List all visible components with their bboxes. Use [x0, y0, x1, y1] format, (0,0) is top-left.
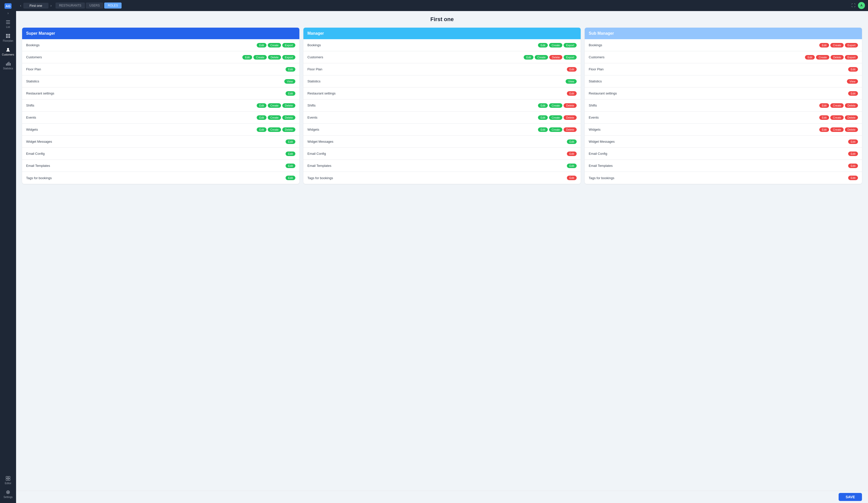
badge-export[interactable]: Export — [282, 55, 296, 60]
badge-create[interactable]: Create — [830, 103, 844, 108]
expand-icon[interactable]: › — [8, 11, 9, 15]
badge-delete[interactable]: Delete — [549, 55, 562, 60]
badge-create[interactable]: Create — [268, 115, 281, 120]
badge-create[interactable]: Create — [268, 43, 281, 48]
badge-edit[interactable]: Edit — [538, 103, 548, 108]
badge-create[interactable]: Create — [816, 55, 829, 60]
badge-edit[interactable]: Edit — [257, 43, 267, 48]
badge-export[interactable]: Export — [564, 55, 577, 60]
badge-delete[interactable]: Delete — [564, 115, 577, 120]
tab-users[interactable]: USERS — [86, 2, 103, 9]
badge-create[interactable]: Create — [268, 127, 281, 132]
sidebar-item-floorplan[interactable]: Floorplan — [0, 31, 16, 45]
badge-edit[interactable]: Edit — [286, 164, 296, 168]
badge-create[interactable]: Create — [549, 115, 562, 120]
badge-delete[interactable]: Delete — [564, 127, 577, 132]
badge-edit[interactable]: Edit — [848, 152, 858, 156]
badge-edit[interactable]: Edit — [848, 91, 858, 96]
badge-view[interactable]: View — [566, 79, 577, 84]
permission-row: Tags for bookingsEdit — [22, 172, 299, 184]
badge-edit[interactable]: Edit — [819, 43, 829, 48]
badge-edit[interactable]: Edit — [567, 67, 577, 72]
permission-row: Email ConfigEdit — [22, 148, 299, 160]
badge-delete[interactable]: Delete — [845, 127, 858, 132]
floorplan-icon — [6, 33, 11, 39]
badge-edit[interactable]: Edit — [567, 164, 577, 168]
badge-edit[interactable]: Edit — [848, 140, 858, 144]
badge-create[interactable]: Create — [830, 115, 844, 120]
badge-edit[interactable]: Edit — [819, 127, 829, 132]
svg-rect-4 — [8, 34, 10, 36]
badge-edit[interactable]: Edit — [538, 43, 548, 48]
permission-badges: Edit — [567, 140, 577, 144]
badge-edit[interactable]: Edit — [524, 55, 534, 60]
badge-create[interactable]: Create — [549, 43, 562, 48]
sidebar-item-list[interactable]: List — [0, 17, 16, 31]
badge-delete[interactable]: Delete — [282, 127, 296, 132]
badge-delete[interactable]: Delete — [830, 55, 844, 60]
badge-export[interactable]: Export — [845, 55, 858, 60]
badge-delete[interactable]: Delete — [845, 103, 858, 108]
sidebar-item-settings[interactable]: Settings — [0, 487, 16, 501]
fullscreen-icon[interactable]: ⛶ — [851, 3, 856, 8]
badge-edit[interactable]: Edit — [848, 67, 858, 72]
badge-create[interactable]: Create — [549, 103, 562, 108]
badge-delete[interactable]: Delete — [282, 103, 296, 108]
badge-edit[interactable]: Edit — [819, 115, 829, 120]
permission-badges: Edit — [848, 164, 858, 168]
badge-edit[interactable]: Edit — [242, 55, 252, 60]
badge-edit[interactable]: Edit — [286, 152, 296, 156]
svg-rect-8 — [6, 64, 7, 65]
permission-name: Restaurant settings — [589, 91, 617, 95]
badge-create[interactable]: Create — [254, 55, 267, 60]
badge-edit[interactable]: Edit — [805, 55, 815, 60]
badge-delete[interactable]: Delete — [845, 115, 858, 120]
badge-create[interactable]: Create — [830, 127, 844, 132]
badge-view[interactable]: View — [847, 79, 858, 84]
badge-edit[interactable]: Edit — [848, 176, 858, 180]
permission-badges: Edit — [286, 164, 296, 168]
badge-create[interactable]: Create — [535, 55, 548, 60]
nav-back-button[interactable]: ‹ — [19, 2, 22, 9]
badge-edit[interactable]: Edit — [567, 140, 577, 144]
badge-edit[interactable]: Edit — [257, 115, 267, 120]
tab-restaurants[interactable]: RESTAURANTS — [55, 2, 85, 9]
nav-forward-button[interactable]: › — [50, 2, 53, 9]
badge-create[interactable]: Create — [830, 43, 844, 48]
badge-edit[interactable]: Edit — [848, 164, 858, 168]
badge-export[interactable]: Export — [845, 43, 858, 48]
app-logo[interactable]: AG — [3, 2, 13, 10]
badge-edit[interactable]: Edit — [257, 103, 267, 108]
badge-edit[interactable]: Edit — [538, 115, 548, 120]
permission-row: BookingsEditCreateExport — [22, 39, 299, 51]
badge-delete[interactable]: Delete — [268, 55, 281, 60]
list-icon — [6, 20, 11, 24]
permission-badges: EditCreateExport — [257, 43, 296, 48]
badge-delete[interactable]: Delete — [282, 115, 296, 120]
badge-export[interactable]: Export — [564, 43, 577, 48]
sidebar-item-customers[interactable]: Customers — [0, 45, 16, 59]
permission-row: EventsEditCreateDelete — [585, 112, 862, 124]
badge-export[interactable]: Export — [282, 43, 296, 48]
avatar[interactable]: A — [858, 2, 865, 9]
sidebar-item-editor[interactable]: Editor — [0, 473, 16, 487]
tab-roles[interactable]: ROLES — [104, 2, 122, 9]
badge-edit[interactable]: Edit — [286, 91, 296, 96]
badge-edit[interactable]: Edit — [567, 91, 577, 96]
badge-view[interactable]: View — [284, 79, 296, 84]
badge-edit[interactable]: Edit — [538, 127, 548, 132]
permission-name: Widgets — [26, 127, 38, 131]
badge-edit[interactable]: Edit — [567, 176, 577, 180]
badge-create[interactable]: Create — [268, 103, 281, 108]
save-button[interactable]: SAVE — [839, 493, 862, 501]
badge-edit[interactable]: Edit — [286, 140, 296, 144]
badge-create[interactable]: Create — [549, 127, 562, 132]
sidebar-item-statistics[interactable]: Statistics — [0, 59, 16, 72]
badge-edit[interactable]: Edit — [819, 103, 829, 108]
badge-edit[interactable]: Edit — [286, 67, 296, 72]
badge-edit[interactable]: Edit — [286, 176, 296, 180]
badge-edit[interactable]: Edit — [257, 127, 267, 132]
badge-delete[interactable]: Delete — [564, 103, 577, 108]
badge-edit[interactable]: Edit — [567, 152, 577, 156]
permission-badges: EditCreateDelete — [257, 103, 296, 108]
